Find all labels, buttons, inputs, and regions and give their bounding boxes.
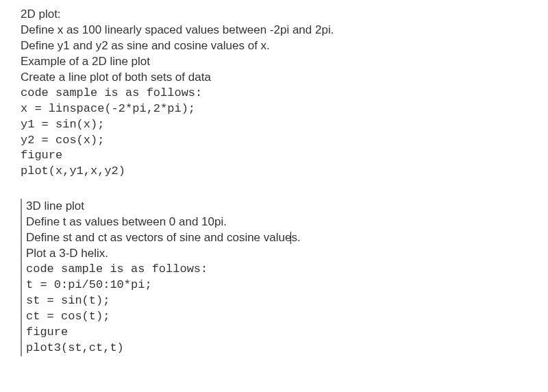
desc2-part-b: s. [291, 231, 300, 244]
section1-desc3: Example of a 2D line plot [21, 54, 527, 70]
desc2-part-a: Define st and ct as vectors of sine and … [26, 231, 291, 244]
code-sample-intro-2: code sample is as follows: [26, 262, 527, 278]
section1-desc4: Create a line plot of both sets of data [21, 70, 527, 86]
section2-desc1: Define t as values between 0 and 10pi. [26, 215, 527, 230]
code-line-3b: ct = cos(t); [26, 309, 527, 325]
code-line-4b: figure [26, 325, 527, 341]
code-sample-intro: code sample is as follows: [21, 86, 527, 101]
code-line-2b: st = sin(t); [26, 293, 527, 309]
section1-desc2: Define y1 and y2 as sine and cosine valu… [21, 38, 527, 54]
code-line-5b: plot3(st,ct,t) [26, 341, 527, 356]
section2-desc2: Define st and ct as vectors of sine and … [26, 230, 527, 246]
section1-header: 2D plot: [21, 7, 527, 23]
code-line-3: y2 = cos(x); [21, 133, 527, 149]
code-line-2: y1 = sin(x); [21, 117, 527, 133]
section-3d-plot: 3D line plot Define t as values between … [21, 199, 527, 356]
code-line-4: figure [21, 148, 527, 164]
code-line-5: plot(x,y1,x,y2) [21, 164, 527, 180]
code-line-1b: t = 0:pi/50:10*pi; [26, 278, 527, 293]
section2-desc3: Plot a 3-D helix. [26, 246, 527, 262]
section1-desc1: Define x as 100 linearly spaced values b… [21, 23, 527, 38]
section-2d-plot: 2D plot: Define x as 100 linearly spaced… [21, 7, 527, 180]
code-line-1: x = linspace(-2*pi,2*pi); [21, 101, 527, 117]
section2-header: 3D line plot [26, 199, 527, 215]
